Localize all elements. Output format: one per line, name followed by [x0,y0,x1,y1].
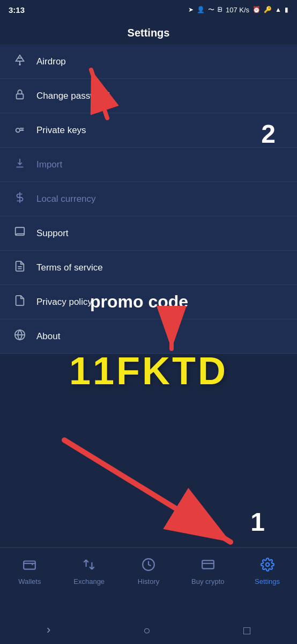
speed-indicator: 107 K/s [226,6,249,14]
import-icon [13,157,27,172]
wallet-nav-icon [23,558,36,575]
private-key-icon [13,123,27,137]
svg-point-3 [16,128,20,132]
buy-crypto-nav-label: Buy crypto [191,577,224,586]
menu-item-terms[interactable]: Terms of service [0,251,297,285]
nav-history[interactable]: History [119,553,179,590]
svg-rect-2 [17,94,24,99]
menu-item-about[interactable]: About [0,319,297,354]
menu-list: Airdrop Change password Private keys [0,45,297,354]
home-button[interactable]: ○ [143,624,150,638]
exchange-nav-icon [82,558,96,575]
nav-exchange[interactable]: Exchange [60,553,119,590]
support-icon [13,226,27,240]
terms-icon [13,260,27,275]
avatar-icon: 👤 [197,6,205,13]
battery-icon: ▮ [285,6,288,13]
menu-item-local-currency[interactable]: Local currency [0,182,297,216]
lock-icon [13,89,27,103]
support-label: Support [36,228,69,239]
menu-item-privacy[interactable]: Privacy policy promo code [0,285,297,319]
settings-nav-icon [261,558,274,575]
airdrop-label: Airdrop [36,56,66,67]
back-button[interactable]: ‹ [47,624,50,638]
annotation-number-1: 1 [250,507,265,537]
alarm-icon: ⏰ [253,6,261,13]
send-icon: ➤ [188,6,194,13]
nav-settings[interactable]: Settings [237,553,297,590]
status-time: 3:13 [9,5,25,14]
svg-rect-20 [202,560,214,568]
privacy-label: Privacy policy [36,297,92,308]
promo-code-label: promo code [90,292,188,312]
nav-wallets[interactable]: Wallets [0,553,60,590]
svg-rect-18 [24,561,36,569]
exchange-nav-label: Exchange [73,577,105,586]
terms-label: Terms of service [36,262,103,273]
status-icons: ➤ 👤 〜 ᗸ 107 K/s ⏰ 🔑 ▲ ▮ [188,5,288,14]
menu-item-private-keys[interactable]: Private keys [0,113,297,148]
wifi-icon: ▲ [275,6,281,13]
android-nav-bar: ‹ ○ □ [0,617,297,644]
bottom-nav: Wallets Exchange History Buy crypto [0,547,297,617]
svg-line-17 [64,440,231,542]
about-label: About [36,331,60,342]
private-keys-label: Private keys [36,125,86,136]
local-currency-label: Local currency [36,194,96,204]
bitcoin-icon: ᗸ [218,6,222,13]
status-bar: 3:13 ➤ 👤 〜 ᗸ 107 K/s ⏰ 🔑 ▲ ▮ [0,0,297,19]
privacy-icon [13,295,27,309]
history-nav-label: History [138,577,159,586]
wave-icon: 〜 [208,5,214,14]
menu-item-change-password[interactable]: Change password [0,79,297,113]
change-password-label: Change password [36,91,110,101]
svg-point-22 [265,563,269,567]
airdrop-icon [13,54,27,69]
history-nav-icon [142,558,155,575]
dollar-icon [13,192,27,206]
menu-item-import[interactable]: Import [0,148,297,182]
nav-buy-crypto[interactable]: Buy crypto [178,553,237,590]
wallets-nav-label: Wallets [18,577,41,586]
promo-code-value: 11FKTD [0,349,297,393]
import-label: Import [36,159,62,170]
menu-item-airdrop[interactable]: Airdrop [0,45,297,79]
key-icon: 🔑 [264,6,272,13]
svg-point-1 [19,64,20,65]
recents-button[interactable]: □ [243,624,250,638]
globe-icon [13,329,27,343]
menu-item-support[interactable]: Support [0,216,297,251]
buy-crypto-nav-icon [201,558,215,575]
page-title: Settings [0,19,297,45]
settings-nav-label: Settings [255,577,280,586]
